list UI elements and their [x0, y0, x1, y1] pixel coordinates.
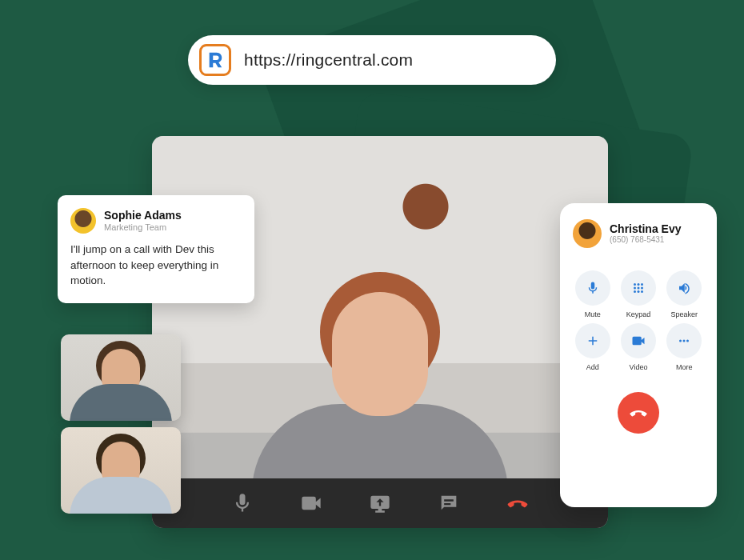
avatar [573, 219, 602, 248]
more-icon [677, 334, 691, 348]
participant-thumbnail[interactable] [61, 427, 181, 514]
hangup-icon [629, 403, 648, 422]
button-label: Speaker [671, 310, 698, 318]
hangup-button[interactable] [505, 490, 530, 516]
url-bar[interactable]: https://ringcentral.com [188, 35, 556, 85]
message-body: I'll jump on a call with Dev this aftern… [70, 242, 242, 289]
contact-phone: (650) 768-5431 [610, 235, 681, 244]
more-button[interactable] [666, 323, 702, 358]
share-screen-icon [369, 492, 391, 514]
svg-point-6 [634, 290, 636, 293]
keypad-icon [631, 281, 646, 295]
contact-name: Christina Evy [610, 223, 681, 235]
mute-button[interactable] [230, 490, 255, 516]
svg-point-9 [679, 340, 682, 342]
end-call-button[interactable] [618, 392, 659, 434]
svg-point-8 [641, 290, 643, 293]
button-label: More [676, 363, 693, 371]
keypad-button[interactable] [621, 270, 656, 306]
mute-button[interactable] [575, 270, 610, 306]
svg-point-10 [683, 340, 686, 342]
svg-point-2 [641, 283, 643, 286]
button-label: Video [630, 363, 648, 371]
hangup-icon [506, 492, 529, 514]
chat-icon [438, 492, 460, 514]
avatar [70, 208, 96, 234]
svg-point-4 [637, 287, 639, 290]
svg-point-3 [634, 287, 636, 290]
video-toolbar [152, 478, 608, 528]
dialer-button-grid: Mute Keypad Speaker Add [573, 270, 704, 371]
ringcentral-logo-icon [199, 44, 231, 76]
svg-point-7 [637, 290, 639, 293]
svg-point-0 [634, 283, 636, 286]
camera-button[interactable] [298, 490, 324, 516]
message-header: Sophie Adams Marketing Team [70, 208, 242, 234]
app-stage: https://ringcentral.com [0, 0, 744, 560]
button-label: Keypad [626, 310, 651, 318]
microphone-icon [231, 492, 254, 514]
dialer-contact: Christina Evy (650) 768-5431 [573, 219, 704, 248]
video-button[interactable] [621, 323, 656, 358]
chat-message-card: Sophie Adams Marketing Team I'll jump on… [58, 195, 254, 303]
message-author-name: Sophie Adams [104, 210, 182, 222]
button-label: Add [586, 363, 599, 371]
video-icon [300, 492, 322, 514]
plus-icon [586, 334, 600, 348]
share-screen-button[interactable] [367, 490, 393, 516]
message-author-team: Marketing Team [104, 222, 182, 232]
speaker-button[interactable] [666, 270, 702, 306]
participant-thumbnail[interactable] [61, 334, 181, 421]
svg-point-11 [686, 340, 689, 342]
microphone-icon [586, 281, 600, 295]
chat-button[interactable] [436, 490, 462, 516]
speaker-icon [677, 281, 691, 295]
svg-point-5 [641, 287, 643, 290]
video-icon [631, 334, 646, 348]
url-text: https://ringcentral.com [244, 50, 413, 70]
button-label: Mute [585, 310, 601, 318]
svg-point-1 [637, 283, 639, 286]
add-button[interactable] [575, 323, 610, 358]
dialer-panel: Christina Evy (650) 768-5431 Mute Keypad [560, 203, 717, 507]
